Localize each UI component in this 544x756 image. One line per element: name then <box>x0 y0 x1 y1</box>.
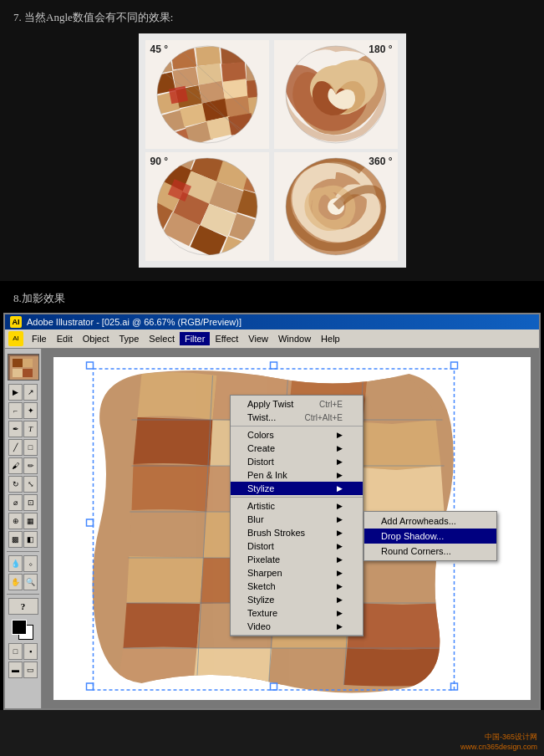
spiral-90: 90 ° <box>145 152 269 261</box>
spiral-45: 45 ° <box>145 40 269 149</box>
spiral-grid: 45 ° <box>139 33 406 268</box>
title-bar: AI Adobe Illustrator - [025.ai @ 66.67% … <box>5 314 539 329</box>
paint-bucket-tool[interactable]: ⬦ <box>23 555 38 572</box>
svg-rect-74 <box>87 683 94 690</box>
ai-content-area: ▶ ↗ ⌐ ✦ ✒ T ╱ □ 🖌 ✏ <box>5 349 539 708</box>
fullscreen-mode[interactable]: ▪ <box>23 643 38 660</box>
gradient-tool[interactable]: ◧ <box>23 531 38 548</box>
selection-tool[interactable]: ▶ <box>8 384 23 401</box>
menu-bar: AI File Edit Object Type Select Filter E… <box>5 329 539 349</box>
free-transform-tool[interactable]: ⊡ <box>23 494 38 511</box>
rect-tool[interactable]: □ <box>23 439 38 456</box>
svg-rect-3 <box>196 45 221 66</box>
video-item[interactable]: Video ▶ <box>231 620 363 633</box>
menu-type[interactable]: Type <box>114 332 145 345</box>
scale-tool[interactable]: ⤡ <box>23 476 38 493</box>
view-buttons-2: ▬ ▭ <box>8 662 38 678</box>
menu-window[interactable]: Window <box>273 332 316 345</box>
create-item[interactable]: Create ▶ <box>231 442 363 455</box>
warp-tools: ⌀ ⊡ <box>8 494 38 511</box>
svg-rect-1 <box>146 53 172 75</box>
texture-item[interactable]: Texture ▶ <box>231 606 363 620</box>
direct-selection-tool[interactable]: ↗ <box>23 384 38 401</box>
menu-file[interactable]: File <box>27 332 52 345</box>
fullscreen-mode-2[interactable]: ▭ <box>23 662 38 678</box>
pen-tool[interactable]: ✒ <box>8 421 23 437</box>
sharpen-item[interactable]: Sharpen ▶ <box>231 566 363 580</box>
menu-edit[interactable]: Edit <box>52 332 78 345</box>
selection-tools: ▶ ↗ <box>8 384 38 401</box>
filter-menu-bottom-section: Artistic ▶ Blur ▶ Brush Strokes ▶ Dist <box>231 498 363 636</box>
bottom-section: 8.加影效果 AI Adobe Illustrator - [025.ai @ … <box>0 281 544 710</box>
eyedropper-tool[interactable]: 💧 <box>8 555 23 572</box>
svg-rect-14 <box>246 79 268 100</box>
artistic-item[interactable]: Artistic ▶ <box>231 499 363 513</box>
type-tool[interactable]: T <box>23 421 38 437</box>
svg-rect-4 <box>220 44 244 64</box>
svg-rect-58 <box>23 369 33 377</box>
round-corners-item[interactable]: Round Corners... <box>364 544 496 559</box>
drop-shadow-item[interactable]: Drop Shadow... <box>364 529 496 544</box>
filter-menu-twist-section: Apply Twist Ctrl+E Twist... Ctrl+Alt+E <box>231 396 363 427</box>
magic-wand-tool[interactable]: ✦ <box>23 402 38 419</box>
presentation-mode[interactable]: ▬ <box>8 662 23 678</box>
menu-select[interactable]: Select <box>144 332 180 345</box>
stylize2-item[interactable]: Stylize ▶ <box>231 593 363 606</box>
lasso-tool[interactable]: ⌐ <box>8 402 23 419</box>
twist-item[interactable]: Twist... Ctrl+Alt+E <box>231 411 363 424</box>
left-toolbar: ▶ ↗ ⌐ ✦ ✒ T ╱ □ 🖌 ✏ <box>5 349 42 708</box>
watermark: 中国-365设计网 www.cn365design.com <box>460 732 537 751</box>
svg-rect-7 <box>196 64 222 85</box>
toolbar-separator-2 <box>7 594 39 595</box>
menu-effect[interactable]: Effect <box>210 332 243 345</box>
menu-help[interactable]: Help <box>316 332 345 345</box>
thumbnail <box>8 354 39 381</box>
watermark-line2: www.cn365design.com <box>460 743 537 751</box>
apply-twist-item[interactable]: Apply Twist Ctrl+E <box>231 397 363 411</box>
section-8-title: 8.加影效果 <box>0 288 544 313</box>
hand-zoom-tools: ✋ 🔍 <box>8 574 38 590</box>
pen-ink-item[interactable]: Pen & Ink ▶ <box>231 468 363 482</box>
column-graph-tool[interactable]: ▦ <box>23 513 38 529</box>
brush-strokes-item[interactable]: Brush Strokes ▶ <box>231 526 363 539</box>
blur-item[interactable]: Blur ▶ <box>231 513 363 526</box>
svg-rect-27 <box>168 86 187 104</box>
color-swatches <box>12 620 35 640</box>
toolbar-separator <box>7 551 39 552</box>
pixelate-item[interactable]: Pixelate ▶ <box>231 553 363 566</box>
line-tool[interactable]: ╱ <box>8 439 23 456</box>
distort-item[interactable]: Distort ▶ <box>231 455 363 468</box>
fill-swatch[interactable] <box>12 620 27 635</box>
warp-tool[interactable]: ⌀ <box>8 494 23 511</box>
standard-screen-mode[interactable]: □ <box>8 643 23 660</box>
colors-item[interactable]: Colors ▶ <box>231 428 363 442</box>
paintbrush-tool[interactable]: 🖌 <box>8 457 23 474</box>
filter-dropdown: Apply Twist Ctrl+E Twist... Ctrl+Alt+E C… <box>230 395 364 636</box>
help-tool[interactable]: ? <box>8 598 38 615</box>
canvas-area[interactable]: Apply Twist Ctrl+E Twist... Ctrl+Alt+E C… <box>42 349 539 708</box>
sketch-item[interactable]: Sketch ▶ <box>231 580 363 593</box>
fill-stroke-swatches[interactable] <box>12 620 35 640</box>
hand-tool[interactable]: ✋ <box>8 574 23 590</box>
svg-rect-57 <box>13 369 23 377</box>
menu-view[interactable]: View <box>243 332 273 345</box>
spiral-45-label: 45 ° <box>150 43 168 55</box>
add-arrowheads-item[interactable]: Add Arrowheads... <box>364 513 496 529</box>
svg-rect-70 <box>271 362 277 369</box>
symbol-tool[interactable]: ⊕ <box>8 513 23 529</box>
spiral-360-label: 360 ° <box>369 156 392 167</box>
pencil-tool[interactable]: ✏ <box>23 457 38 474</box>
distort2-item[interactable]: Distort ▶ <box>231 539 363 553</box>
top-section: 7. 当然Angle数值会有不同的效果: 45 ° <box>0 0 544 281</box>
zoom-tool[interactable]: 🔍 <box>23 574 38 590</box>
shape-tools: ╱ □ <box>8 439 38 456</box>
title-bar-text: Adobe Illustrator - [025.ai @ 66.67% (RG… <box>27 317 241 327</box>
mesh-tool[interactable]: ▩ <box>8 531 23 548</box>
pen-pencil-tools: ✒ T <box>8 421 38 437</box>
stylize-item[interactable]: Stylize ▶ <box>231 482 363 495</box>
menu-object[interactable]: Object <box>78 332 114 345</box>
spiral-90-label: 90 ° <box>150 156 168 167</box>
rotate-tool[interactable]: ↻ <box>8 476 23 493</box>
menu-filter[interactable]: Filter <box>180 332 210 345</box>
watermark-line1: 中国-365设计网 <box>460 732 537 743</box>
